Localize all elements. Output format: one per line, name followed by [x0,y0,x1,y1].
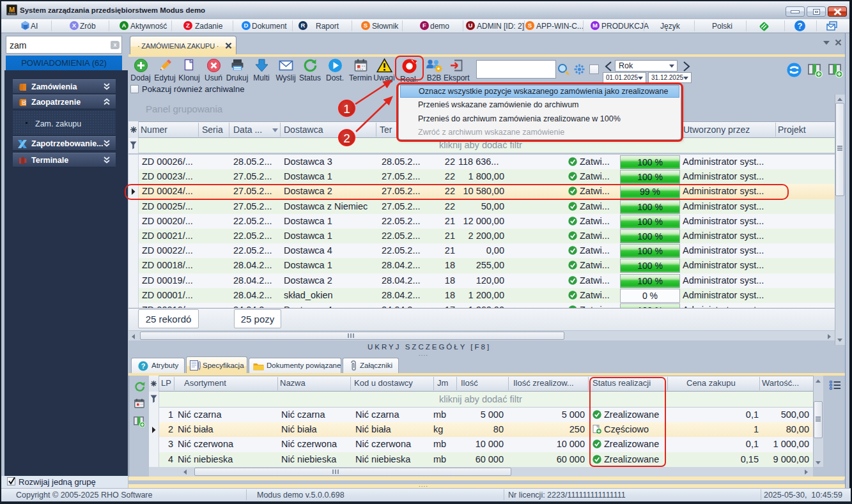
svg-text:?: ? [141,362,146,370]
svg-text:D: D [22,100,26,105]
svg-text:MODUS: MODUS [8,13,16,15]
